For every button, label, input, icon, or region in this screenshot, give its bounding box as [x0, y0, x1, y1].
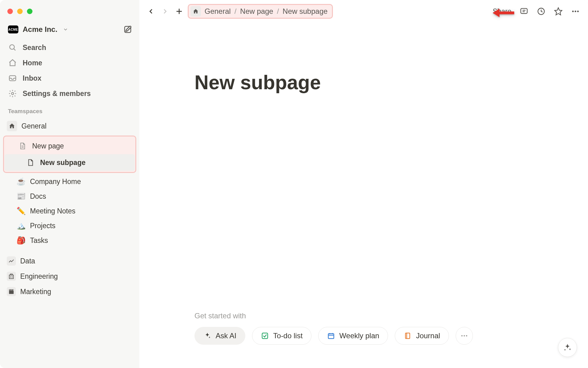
- svg-rect-30: [405, 333, 410, 339]
- weekly-plan-button[interactable]: Weekly plan: [318, 327, 388, 345]
- tree-item-label: Tasks: [30, 236, 48, 245]
- svg-rect-8: [10, 274, 13, 275]
- clapperboard-icon: [7, 287, 16, 296]
- breadcrumb-separator: /: [277, 7, 279, 16]
- tree-item-label: Projects: [30, 222, 55, 230]
- maximize-window-button[interactable]: [27, 9, 32, 14]
- sidebar-item-label: Inbox: [23, 74, 41, 82]
- page-company-home[interactable]: ☕ Company Home: [4, 174, 136, 189]
- close-window-button[interactable]: [7, 9, 13, 14]
- svg-point-21: [575, 10, 576, 12]
- minimize-window-button[interactable]: [17, 9, 23, 14]
- notebook-icon: [404, 332, 412, 340]
- page-projects[interactable]: 🏔️ Projects: [4, 218, 136, 233]
- checkbox-icon: [261, 332, 269, 340]
- coffee-icon: ☕: [17, 177, 26, 186]
- backpack-icon: 🎒: [17, 236, 26, 245]
- svg-point-4: [12, 93, 14, 95]
- breadcrumb-root[interactable]: General: [205, 7, 231, 16]
- ask-ai-button[interactable]: Ask AI: [194, 327, 245, 345]
- sidebar-item-search[interactable]: Search: [4, 40, 136, 55]
- journal-button[interactable]: Journal: [395, 327, 449, 345]
- main-content: General / New page / New subpage Share: [139, 0, 588, 368]
- workspace-name: Acme Inc.: [23, 25, 57, 34]
- page-title[interactable]: New subpage: [139, 71, 588, 94]
- tree-item-label: General: [21, 122, 47, 130]
- teamspace-marketing[interactable]: Marketing: [4, 284, 136, 299]
- more-icon[interactable]: [571, 7, 580, 16]
- tree-item-label: Docs: [30, 192, 46, 201]
- svg-marker-19: [555, 8, 562, 15]
- svg-rect-7: [9, 275, 13, 279]
- window-controls: [0, 4, 139, 21]
- breadcrumb-separator: /: [234, 7, 236, 16]
- page-meeting-notes[interactable]: ✏️ Meeting Notes: [4, 204, 136, 218]
- svg-line-2: [14, 49, 15, 50]
- breadcrumb-current[interactable]: New subpage: [283, 7, 328, 16]
- svg-rect-11: [9, 291, 14, 294]
- page-new-subpage[interactable]: New subpage: [5, 154, 135, 171]
- tree-item-label: Company Home: [30, 178, 81, 186]
- chip-label: Ask AI: [216, 332, 236, 340]
- page-new-page[interactable]: New page: [5, 138, 135, 154]
- sidebar-item-label: Settings & members: [23, 90, 91, 98]
- svg-rect-25: [262, 333, 268, 339]
- tree-item-label: New subpage: [40, 159, 85, 167]
- section-label-teamspaces: Teamspaces: [0, 101, 139, 118]
- svg-point-1: [10, 45, 14, 49]
- svg-point-33: [464, 335, 465, 336]
- building-icon: [7, 272, 16, 281]
- chevron-down-icon: [63, 27, 68, 32]
- svg-point-20: [572, 10, 574, 12]
- tree-item-label: Marketing: [20, 288, 51, 296]
- nav-forward-button[interactable]: [160, 6, 171, 17]
- breadcrumb: General / New page / New subpage: [188, 4, 333, 19]
- sparkle-icon: [203, 332, 211, 340]
- home-icon: [8, 58, 17, 67]
- more-templates-button[interactable]: [456, 327, 473, 345]
- tree-item-label: Data: [20, 257, 35, 265]
- new-page-button[interactable]: [122, 24, 133, 35]
- breadcrumb-parent[interactable]: New page: [240, 7, 273, 16]
- ai-fab-button[interactable]: [558, 338, 577, 357]
- new-tab-button[interactable]: [174, 6, 185, 17]
- sidebar-item-home[interactable]: Home: [4, 55, 136, 71]
- home-icon[interactable]: [190, 6, 201, 17]
- callout-arrow-icon: [492, 6, 516, 20]
- topbar: General / New page / New subpage Share: [139, 0, 588, 22]
- mountain-icon: 🏔️: [17, 221, 26, 230]
- workspace-switcher[interactable]: ACME Acme Inc.: [0, 21, 139, 40]
- svg-rect-26: [328, 334, 334, 339]
- calendar-icon: [327, 332, 335, 340]
- clock-icon[interactable]: [537, 7, 546, 16]
- chip-label: Weekly plan: [339, 332, 379, 340]
- page-icon: [25, 157, 36, 168]
- chip-label: Journal: [416, 332, 440, 340]
- teamspace-data[interactable]: Data: [4, 253, 136, 269]
- sidebar-item-inbox[interactable]: Inbox: [4, 71, 136, 86]
- star-icon[interactable]: [554, 7, 563, 16]
- pencil-icon: ✏️: [17, 207, 26, 215]
- teamspace-engineering[interactable]: Engineering: [4, 269, 136, 284]
- page-icon: [17, 141, 28, 151]
- tree-item-label: New page: [32, 142, 64, 150]
- sidebar: ACME Acme Inc. Search Home: [0, 0, 139, 368]
- todo-list-button[interactable]: To-do list: [252, 327, 311, 345]
- get-started-section: Get started with Ask AI To-do list: [194, 312, 473, 345]
- teamspace-general[interactable]: General: [4, 118, 136, 134]
- comments-icon[interactable]: [519, 7, 529, 16]
- highlight-annotation: New page New subpage: [3, 136, 136, 173]
- svg-marker-24: [493, 9, 499, 17]
- tree-item-label: Engineering: [20, 272, 58, 281]
- search-icon: [8, 43, 17, 52]
- svg-point-32: [461, 335, 462, 336]
- nav-back-button[interactable]: [145, 6, 156, 17]
- chip-label: To-do list: [273, 332, 303, 340]
- page-docs[interactable]: 📰 Docs: [4, 189, 136, 204]
- home-icon: [7, 121, 17, 131]
- svg-point-22: [577, 10, 579, 12]
- newspaper-icon: 📰: [17, 192, 26, 201]
- get-started-label: Get started with: [194, 312, 473, 320]
- page-tasks[interactable]: 🎒 Tasks: [4, 233, 136, 248]
- sidebar-item-settings[interactable]: Settings & members: [4, 86, 136, 101]
